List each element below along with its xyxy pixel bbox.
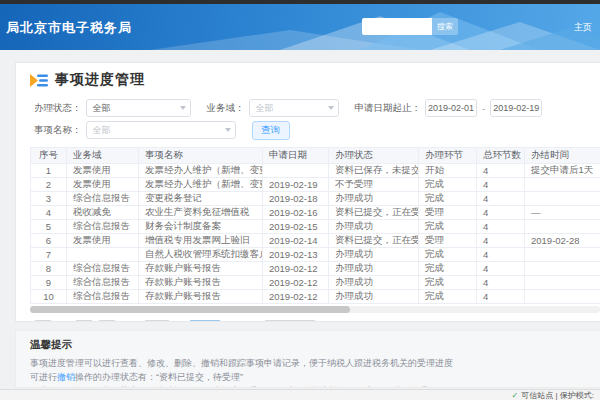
cell-business-domain: 发票使用 (67, 164, 139, 178)
cell-total-steps: 4 (477, 192, 525, 206)
cell-status: 办理成功 (329, 262, 419, 276)
cell-step: 完成 (419, 262, 477, 276)
cell-apply-date: 2019-02-19 (263, 178, 329, 192)
date-range-label: 申请日期起止： (355, 102, 422, 115)
cell-status: 办理成功 (329, 192, 419, 206)
tips-line-2: 可进行撤销操作的办理状态有：“资料已提交，待受理” (30, 370, 600, 384)
cell-index: 10 (31, 290, 67, 304)
tips-line-3: 可进行修改操作的办理状态有：“资料已保存，未提交” “受理不通过，待补齐补正” … (30, 384, 600, 388)
banner-search: 搜索 (362, 18, 458, 35)
domain-filter-label: 业务域： (207, 102, 245, 115)
page-title: 事项进度管理 (55, 71, 145, 89)
progress-table: 序号 业务域 事项名称 申请日期 办理状态 办理环节 总环节数 办结时间 1 发… (30, 147, 600, 304)
cell-status: 办理成功 (329, 248, 419, 262)
search-button[interactable]: 搜索 (432, 18, 458, 35)
tips-line-3-suffix: 操作的办理状态有：“资料已保存，未提交” “受理不通过，待补齐补正” “预审不通… (75, 386, 440, 388)
col-apply-date: 申请日期 (263, 148, 329, 164)
col-total-steps: 总环节数 (477, 148, 525, 164)
cell-item-name: 存款账户账号报告 (139, 262, 263, 276)
browser-status-bar: ✓ 可信站点 | 保护模式: (0, 389, 600, 400)
item-name-filter-label: 事项名称： (34, 124, 82, 137)
per-page-select[interactable]: 10条/页 (264, 320, 316, 322)
cell-business-domain: 综合信息报告 (67, 192, 139, 206)
trusted-site-label: 可信站点 | 保护模式: (521, 390, 594, 400)
filter-row-2: 事项名称： 全部 查询 (34, 119, 600, 141)
cell-finish-time (525, 248, 600, 262)
card-header: 事项进度管理 (16, 63, 600, 95)
site-title: 局北京市电子税务局 (6, 19, 132, 37)
home-link[interactable]: 主页 (574, 21, 592, 34)
chevron-down-icon (328, 106, 334, 110)
cell-item-name: 存款账户账号报告 (139, 276, 263, 290)
table-row: 10 综合信息报告 存款账户账号报告 2019-02-12 办理成功 完成 4 (31, 290, 600, 304)
cell-finish-time: — (525, 206, 600, 220)
list-arrow-icon (30, 73, 48, 88)
cell-step: 完成 (419, 276, 477, 290)
cell-finish-time (525, 178, 600, 192)
page-2-button[interactable]: 2 (75, 320, 93, 322)
cell-index: 2 (31, 178, 67, 192)
filter-bar: 办理状态： 全部 业务域： 全部 申请日期起止： - 事项名称： 全部 查询 (16, 95, 600, 141)
next-page-button[interactable]: › (98, 320, 116, 322)
date-range-separator: - (482, 103, 485, 114)
cell-status: 办理成功 (329, 220, 419, 234)
col-index: 序号 (31, 148, 67, 164)
prev-page-button[interactable]: ‹ (34, 320, 52, 322)
cell-total-steps: 4 (477, 220, 525, 234)
cell-total-steps: 4 (477, 178, 525, 192)
cell-apply-date: 2019-02-15 (263, 220, 329, 234)
modify-link[interactable]: 修改 (57, 386, 75, 388)
date-from-input[interactable] (425, 99, 477, 117)
domain-filter-value: 全部 (256, 102, 274, 115)
table-row: 4 税收减免 农业生产资料免征增值税 2019-02-16 资料已提交，正在受理… (31, 206, 600, 220)
revoke-link[interactable]: 撤销 (57, 372, 75, 382)
tips-line-2-suffix: 操作的办理状态有：“资料已提交，待受理” (75, 372, 243, 382)
date-to-input[interactable] (490, 99, 542, 117)
cell-business-domain: 税收减免 (67, 206, 139, 220)
cell-business-domain: 综合信息报告 (67, 290, 139, 304)
cell-business-domain: 综合信息报告 (67, 262, 139, 276)
cell-status: 办理成功 (329, 290, 419, 304)
tips-line-2-prefix: 可进行 (30, 372, 57, 382)
cell-total-steps: 4 (477, 262, 525, 276)
tips-title: 温馨提示 (30, 338, 600, 352)
cell-status: 资料已提交，正在受理 (329, 234, 419, 248)
cell-item-name: 发票经办人维护（新增、变更） (139, 164, 263, 178)
item-name-filter-select[interactable]: 全部 (86, 121, 236, 139)
tips-panel: 温馨提示 事项进度管理可以进行查看、修改、删除、撤销和跟踪事项申请记录，便于纳税… (15, 330, 600, 388)
cell-finish-time: 提交申请后1天 (525, 164, 600, 178)
goto-confirm-button[interactable]: 确定 (189, 320, 221, 322)
pagination: ‹ 1 2 › 到第 页 确定 共 17 条 10条/页 (34, 320, 600, 322)
cell-item-name: 增值税专用发票网上验旧 (139, 234, 263, 248)
cell-step: 受理 (419, 206, 477, 220)
cell-business-domain: 发票使用 (67, 234, 139, 248)
status-filter-select[interactable]: 全部 (86, 99, 191, 117)
cell-finish-time: 2019-02-28 (525, 234, 600, 248)
horizontal-scrollbar[interactable] (30, 306, 600, 313)
cell-total-steps: 4 (477, 234, 525, 248)
cell-apply-date: 2019-02-13 (263, 248, 329, 262)
col-item-name: 事项名称 (139, 148, 263, 164)
table-row: 6 发票使用 增值税专用发票网上验旧 2019-02-14 资料已提交，正在受理… (31, 234, 600, 248)
cell-index: 6 (31, 234, 67, 248)
goto-page-input[interactable] (144, 320, 170, 322)
cell-apply-date: 2019-02-18 (263, 192, 329, 206)
cell-total-steps: 4 (477, 206, 525, 220)
chevron-down-icon (180, 106, 186, 110)
search-input[interactable] (362, 18, 432, 35)
check-icon: ✓ (512, 391, 519, 400)
cell-step: 完成 (419, 290, 477, 304)
cell-finish-time (525, 262, 600, 276)
scrollbar-thumb[interactable] (30, 306, 350, 313)
item-name-filter-value: 全部 (93, 124, 111, 137)
cell-index: 3 (31, 192, 67, 206)
cell-total-steps: 4 (477, 248, 525, 262)
cell-apply-date: 2019-02-16 (263, 206, 329, 220)
cell-finish-time (525, 192, 600, 206)
table-row: 2 发票使用 发票经办人维护（新增、变更） 2019-02-19 不予受理 完成… (31, 178, 600, 192)
domain-filter-select[interactable]: 全部 (249, 99, 339, 117)
table-header-row: 序号 业务域 事项名称 申请日期 办理状态 办理环节 总环节数 办结时间 (31, 148, 600, 164)
cell-item-name: 农业生产资料免征增值税 (139, 206, 263, 220)
cell-total-steps: 4 (477, 290, 525, 304)
query-button[interactable]: 查询 (252, 121, 290, 140)
